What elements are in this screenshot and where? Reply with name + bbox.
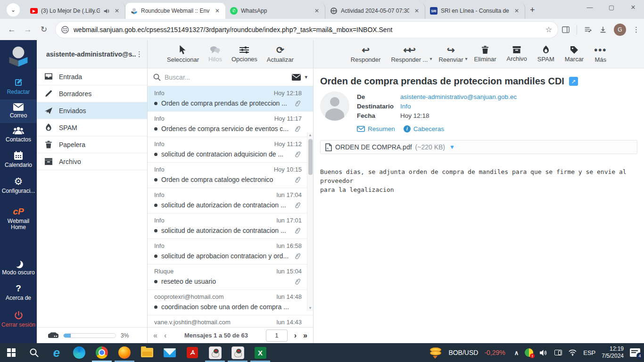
reload-icon[interactable]: ↻	[36, 22, 52, 38]
list-scrollbar[interactable]: ▲ ▼	[307, 132, 313, 311]
speaker-icon[interactable]	[539, 349, 548, 356]
reply-button[interactable]: ↩ Responder	[346, 45, 386, 63]
summary-link[interactable]: Resumen	[357, 125, 395, 132]
tab-actividad[interactable]: Actividad 2024-05-07 07:30: ✕	[325, 3, 425, 19]
message-row[interactable]: cooprotexri@hotmail.comlun 14:48 coordin…	[148, 290, 313, 315]
taskbar-app-bird-1[interactable]	[204, 343, 226, 362]
tab-audio-icon[interactable]	[103, 8, 109, 14]
refresh-button[interactable]: ⟳ Actualizar	[262, 45, 298, 63]
prev-page-icon[interactable]: ‹	[164, 331, 166, 340]
close-icon[interactable]: ✕	[413, 7, 421, 15]
to-address[interactable]: Info	[400, 103, 517, 110]
tab-youtube[interactable]: ▶ (3) Lo Mejor De (.Lilly.Go ✕	[25, 3, 125, 19]
next-page-icon[interactable]: ›	[294, 331, 297, 340]
delete-button[interactable]: Eliminar	[470, 45, 501, 63]
attachment-menu-icon[interactable]: ▼	[449, 144, 455, 150]
mark-button[interactable]: Marcar	[560, 46, 588, 63]
folder-inbox[interactable]: Entrada	[37, 68, 147, 85]
site-info-icon[interactable]	[61, 26, 69, 33]
folder-sent[interactable]: Enviados	[37, 102, 147, 119]
folder-drafts[interactable]: Borradores	[37, 85, 147, 102]
page-number-input[interactable]	[266, 329, 288, 342]
close-icon[interactable]: ✕	[313, 7, 321, 15]
search-options-chevron-icon[interactable]: ▾	[305, 74, 307, 80]
folder-spam[interactable]: SPAM	[37, 119, 147, 136]
ticker-pair[interactable]: BOB/USD	[448, 349, 478, 356]
tab-roundcube[interactable]: Roundcube Webmail :: Envia ✕	[125, 3, 225, 19]
last-page-icon[interactable]: »	[303, 331, 307, 340]
tray-expand-icon[interactable]: ∧	[514, 349, 519, 356]
back-icon[interactable]: ←	[4, 22, 20, 38]
message-row[interactable]: InfoHoy 11:12 solicitud de contratacion …	[148, 137, 313, 163]
close-icon[interactable]: ✕	[512, 7, 521, 15]
forward-icon[interactable]: →	[20, 22, 36, 38]
mail-scope-icon[interactable]	[292, 74, 301, 81]
sidebar-item-webmail-home[interactable]: cP Webmail Home	[0, 203, 37, 235]
tab-sri[interactable]: SRI SRI en Línea - Consulta de R ✕	[425, 3, 525, 19]
spam-button[interactable]: SPAM	[533, 45, 559, 63]
message-row[interactable]: Infolun 17:01 solicitud de autorizacion …	[148, 214, 313, 239]
language-indicator[interactable]: ESP	[583, 349, 595, 356]
message-row[interactable]: InfoHoy 10:15 Orden de compra catalogo e…	[148, 163, 313, 188]
sidebar-item-mail[interactable]: Correo	[0, 99, 37, 123]
url-text[interactable]: webmail.sanjuan.gob.ec/cpsess2151491327/…	[74, 26, 545, 33]
browser-menu-icon[interactable]: ⋮	[633, 28, 639, 31]
taskbar-excel[interactable]: X	[249, 343, 272, 362]
forward-button[interactable]: ↪ Reenviar	[434, 45, 468, 63]
folder-trash[interactable]: Papelera	[37, 136, 147, 153]
search-input[interactable]	[165, 74, 288, 81]
clock[interactable]: 12:19 7/5/2024	[602, 346, 624, 360]
downloads-icon[interactable]	[599, 25, 607, 34]
window-minimize-button[interactable]: —	[579, 0, 601, 14]
folder-archive[interactable]: Archivo	[37, 153, 147, 170]
attachment-name[interactable]: ORDEN DE COMPRA.pdf	[335, 143, 412, 151]
tab-whatsapp[interactable]: ✆ WhatsApp ✕	[225, 3, 325, 19]
media-controls-icon[interactable]	[584, 25, 592, 34]
sidebar-item-settings[interactable]: ⚙ Configuraci...	[0, 173, 37, 198]
new-tab-button[interactable]: +	[530, 5, 535, 15]
window-maximize-button[interactable]: ▢	[601, 0, 622, 14]
taskbar-chrome[interactable]	[91, 343, 113, 362]
taskbar-mail[interactable]	[158, 343, 181, 362]
more-button[interactable]: ••• Más	[589, 45, 611, 63]
message-row[interactable]: vane.v.joshtin@hotmail.comlun 14:43	[148, 315, 313, 327]
attachment-bar[interactable]: A ORDEN DE COMPRA.pdf (~220 KB) ▼	[320, 140, 637, 154]
close-icon[interactable]: ✕	[113, 7, 121, 15]
window-close-button[interactable]: ✕	[622, 0, 644, 14]
taskbar-search-button[interactable]	[23, 343, 45, 362]
first-page-icon[interactable]: «	[153, 331, 157, 340]
notification-center-icon[interactable]: 4	[630, 348, 640, 357]
sidebar-item-about[interactable]: ? Acerca de	[0, 280, 37, 305]
taskbar-edge[interactable]	[68, 343, 91, 362]
taskbar-acrobat[interactable]	[181, 343, 204, 362]
archive-button[interactable]: Archivo	[502, 46, 532, 62]
sidebar-item-compose[interactable]: Redactar	[0, 74, 37, 99]
taskbar-firefox[interactable]	[113, 343, 136, 362]
taskbar-ie[interactable]: e	[45, 343, 68, 362]
scrollbar-thumb[interactable]	[308, 139, 313, 175]
sidebar-item-contacts[interactable]: Contactos	[0, 123, 37, 147]
from-address[interactable]: asistente-administrativo@sanjuan.gob.ec	[400, 93, 517, 100]
taskbar-app-bird-2[interactable]	[226, 343, 249, 362]
start-button[interactable]	[0, 343, 23, 362]
profile-avatar[interactable]: G	[614, 24, 626, 36]
antivirus-icon[interactable]	[525, 348, 533, 357]
sidebar-item-logout[interactable]: Cerrar sesión	[0, 307, 37, 332]
threads-button[interactable]: Hilos	[204, 46, 227, 63]
tab-search-button[interactable]: ⌄	[7, 3, 20, 16]
bookmark-star-icon[interactable]: ☆	[545, 25, 552, 34]
message-row[interactable]: Infolun 16:58 solicitud de aprobacion co…	[148, 239, 313, 264]
message-row[interactable]: InfoHoy 11:17 Ordenes de compra servicio…	[148, 112, 313, 137]
address-bar[interactable]: webmail.sanjuan.gob.ec/cpsess2151491327/…	[56, 22, 558, 38]
scroll-up-icon[interactable]: ▲	[308, 132, 312, 138]
wifi-icon[interactable]	[568, 349, 577, 356]
scroll-down-icon[interactable]: ▼	[308, 305, 312, 311]
sidebar-item-dark-mode[interactable]: Modo oscuro	[0, 255, 37, 280]
ticker-change[interactable]: -0,29%	[484, 349, 505, 356]
coins-ticker-icon[interactable]	[430, 347, 442, 358]
taskbar-file-explorer[interactable]	[136, 343, 158, 362]
sidebar-item-calendar[interactable]: Calendario	[0, 147, 37, 173]
your-phone-icon[interactable]	[554, 350, 562, 355]
open-in-new-window-icon[interactable]: ↗	[569, 77, 578, 86]
message-row[interactable]: Rluquelun 15:04 reseteo de usuario	[148, 264, 313, 290]
